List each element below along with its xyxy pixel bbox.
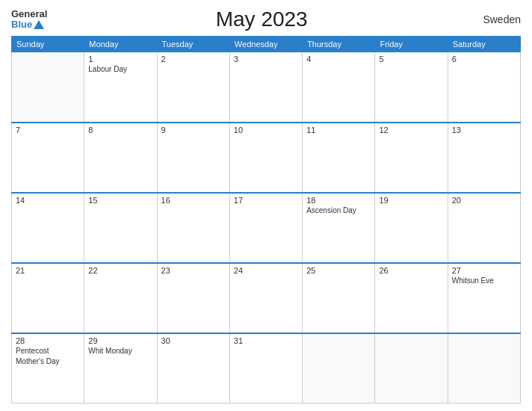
- day-number: 23: [161, 266, 226, 275]
- calendar-cell: 28PentecostMother's Day: [12, 333, 84, 404]
- calendar-cell: 27Whitsun Eve: [448, 263, 520, 333]
- day-number: 12: [379, 126, 443, 135]
- day-number: 13: [452, 126, 516, 135]
- day-number: 17: [234, 196, 298, 205]
- day-number: 1: [88, 55, 152, 64]
- day-number: 4: [306, 55, 371, 64]
- calendar-table: SundayMondayTuesdayWednesdayThursdayFrid…: [11, 36, 521, 404]
- week-row: 28PentecostMother's Day29Whit Monday3031: [12, 333, 521, 404]
- calendar-cell: 29Whit Monday: [84, 333, 157, 404]
- calendar-cell: 11: [303, 123, 375, 193]
- header-cell-thursday: Thursday: [303, 37, 375, 52]
- day-number: 11: [306, 126, 371, 135]
- day-number: 6: [452, 55, 516, 64]
- logo: General Blue: [11, 9, 47, 30]
- calendar-cell: 1Labour Day: [84, 52, 157, 123]
- calendar-cell: 19: [375, 193, 448, 263]
- day-number: 7: [16, 126, 80, 135]
- day-number: 16: [161, 196, 226, 205]
- day-number: 26: [379, 266, 443, 275]
- calendar-cell: 8: [84, 123, 157, 193]
- calendar-cell: 4: [303, 52, 375, 123]
- calendar-cell: 14: [12, 193, 84, 263]
- header-cell-wednesday: Wednesday: [229, 37, 302, 52]
- event-label: Pentecost: [16, 346, 80, 356]
- calendar-page: General Blue May 2023 Sweden SundayMonda…: [0, 0, 532, 411]
- calendar-cell: 16: [157, 193, 229, 263]
- event-label: Ascension Day: [306, 206, 371, 215]
- day-number: 18: [306, 196, 371, 205]
- event-label: Labour Day: [88, 64, 152, 74]
- calendar-cell: 23: [157, 263, 229, 333]
- day-number: 2: [161, 55, 226, 64]
- header-cell-saturday: Saturday: [448, 37, 520, 52]
- day-number: 5: [379, 55, 443, 64]
- calendar-cell: 26: [375, 263, 448, 333]
- calendar-cell: 5: [375, 52, 448, 123]
- day-number: 21: [16, 266, 80, 275]
- week-row: 1415161718Ascension Day1920: [12, 193, 521, 263]
- calendar-cell: 9: [157, 123, 229, 193]
- day-number: 28: [16, 336, 80, 345]
- logo-blue-text: Blue: [11, 19, 44, 30]
- calendar-cell: 31: [229, 333, 302, 404]
- calendar-cell: 3: [229, 52, 302, 123]
- calendar-cell: 7: [12, 123, 84, 193]
- calendar-cell: 12: [375, 123, 448, 193]
- event-label: Whitsun Eve: [452, 276, 516, 285]
- country-label: Sweden: [476, 13, 521, 25]
- day-number: 24: [234, 266, 298, 275]
- day-number: 20: [452, 196, 516, 205]
- day-number: 22: [88, 266, 152, 275]
- day-number: 27: [452, 266, 516, 275]
- event-label: Whit Monday: [88, 346, 152, 356]
- day-number: 14: [16, 196, 80, 205]
- day-number: 19: [379, 196, 443, 205]
- calendar-cell: 6: [448, 52, 520, 123]
- event-label: Mother's Day: [16, 356, 80, 366]
- calendar-cell: 13: [448, 123, 520, 193]
- logo-triangle-icon: [34, 20, 44, 29]
- page-header: General Blue May 2023 Sweden: [11, 7, 521, 31]
- week-row: 1Labour Day23456: [12, 52, 521, 123]
- calendar-cell: 15: [84, 193, 157, 263]
- calendar-cell: 30: [157, 333, 229, 404]
- day-number: 25: [306, 266, 371, 275]
- calendar-cell: [448, 333, 520, 404]
- day-number: 15: [88, 196, 152, 205]
- calendar-cell: 18Ascension Day: [303, 193, 375, 263]
- calendar-cell: [12, 52, 84, 123]
- day-number: 8: [88, 126, 152, 135]
- logo-general-text: General: [11, 9, 47, 19]
- week-row: 21222324252627Whitsun Eve: [12, 263, 521, 333]
- calendar-cell: 10: [229, 123, 302, 193]
- day-number: 30: [161, 336, 226, 345]
- calendar-title: May 2023: [47, 7, 476, 31]
- day-number: 10: [234, 126, 298, 135]
- calendar-cell: 21: [12, 263, 84, 333]
- header-row: SundayMondayTuesdayWednesdayThursdayFrid…: [12, 37, 521, 52]
- calendar-cell: 22: [84, 263, 157, 333]
- calendar-cell: 17: [229, 193, 302, 263]
- calendar-cell: 24: [229, 263, 302, 333]
- header-cell-tuesday: Tuesday: [157, 37, 229, 52]
- calendar-cell: 25: [303, 263, 375, 333]
- header-cell-sunday: Sunday: [12, 37, 84, 52]
- header-cell-friday: Friday: [375, 37, 448, 52]
- day-number: 9: [161, 126, 226, 135]
- calendar-cell: 20: [448, 193, 520, 263]
- calendar-cell: [375, 333, 448, 404]
- day-number: 29: [88, 336, 152, 345]
- calendar-cell: 2: [157, 52, 229, 123]
- week-row: 78910111213: [12, 123, 521, 193]
- day-number: 3: [234, 55, 298, 64]
- header-cell-monday: Monday: [84, 37, 157, 52]
- calendar-cell: [303, 333, 375, 404]
- day-number: 31: [234, 336, 298, 345]
